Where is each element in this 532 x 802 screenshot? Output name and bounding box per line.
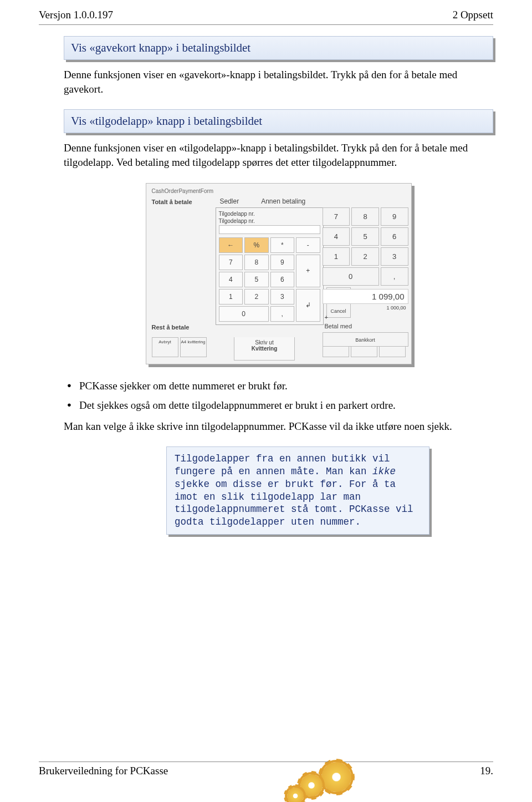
section-para-tilgodelapp: Denne funksjonen viser en «tilgodelapp»-… (64, 141, 493, 169)
num-4[interactable]: 4 (323, 227, 350, 246)
popup-title: Tilgodelapp nr. (219, 211, 320, 217)
key-7[interactable]: 7 (219, 255, 243, 270)
bullet-list: PCKasse sjekker om dette nummeret er bru… (64, 379, 493, 413)
screenshot-container: CashOrderPaymentForm Totalt å betale Res… (64, 183, 493, 364)
note-text-2: sjekke om disse er brukt før. For å ta i… (175, 479, 413, 527)
bullet-item: PCKasse sjekker om dette nummeret er bru… (64, 379, 493, 393)
dialog-titlebar: CashOrderPaymentForm (150, 187, 408, 195)
kvittering-label: Kvittering (234, 346, 294, 352)
note-italic: ikke (372, 466, 396, 477)
gear-icon (300, 774, 323, 796)
label-rest: Rest å betale (152, 324, 211, 331)
num-3[interactable]: 3 (381, 247, 408, 266)
key-0[interactable]: 0 (219, 306, 269, 322)
tab-sedler[interactable]: Sedler (220, 197, 239, 205)
num-2[interactable]: 2 (351, 247, 379, 266)
payment-dialog-screenshot: CashOrderPaymentForm Totalt å betale Res… (146, 183, 412, 364)
gear-icon (321, 762, 351, 792)
key-4[interactable]: 4 (219, 272, 243, 287)
section-title-tilgodelapp: Vis «tilgodelapp» knapp i betalingsbilde… (64, 109, 493, 133)
section-para-gavekort: Denne funksjonen viser en «gavekort»-kna… (64, 68, 493, 96)
version-label: Versjon 1.0.0.197 (39, 9, 113, 21)
key-comma[interactable]: , (270, 306, 295, 322)
key-percent[interactable]: % (244, 237, 269, 253)
key-6[interactable]: 6 (270, 272, 295, 287)
num-1[interactable]: 1 (323, 247, 350, 266)
bankkort-button[interactable]: Bankkort (323, 332, 408, 347)
chapter-label: 2 Oppsett (453, 9, 493, 21)
num-9[interactable]: 9 (381, 207, 408, 226)
key-minus[interactable]: - (296, 237, 320, 253)
tilgodelapp-input[interactable] (219, 225, 320, 234)
num-5[interactable]: 5 (351, 227, 379, 246)
key-back[interactable]: ← (219, 237, 243, 253)
bullet-item: Det sjekkes også om dette tilgodelappnum… (64, 398, 493, 413)
note-text-1: Tilgodelapper fra en annen butikk vil fu… (175, 453, 390, 477)
num-8[interactable]: 8 (351, 207, 379, 226)
amount-display: 1 099,00 (323, 289, 408, 304)
label-total: Totalt å betale (152, 199, 211, 205)
page-header: Versjon 1.0.0.197 2 Oppsett (0, 0, 532, 24)
key-3[interactable]: 3 (270, 289, 295, 304)
num-6[interactable]: 6 (381, 227, 408, 246)
footer-left: Brukerveiledning for PCKasse (39, 765, 168, 777)
popup-label: Tilgodelapp nr. (219, 218, 320, 224)
skriv-ut-kvittering-button[interactable]: Skriv ut Kvittering (234, 337, 295, 361)
betal-med-label: Betal med (323, 322, 408, 331)
key-1[interactable]: 1 (219, 289, 243, 304)
gear-logo (294, 760, 355, 793)
num-0[interactable]: 0 (323, 267, 379, 286)
page-content: Vis «gavekort knapp» i betalingsbildet D… (0, 25, 532, 535)
key-plus[interactable]: + (296, 255, 320, 287)
plus-label: + (323, 313, 408, 322)
key-2[interactable]: 2 (244, 289, 269, 304)
a4-kvittering-button[interactable]: A4 kvittering (180, 337, 207, 357)
info-note-box: Tilgodelapper fra en annen butikk vil fu… (166, 446, 429, 535)
skriv-ut-label: Skriv ut (234, 339, 294, 346)
page-number: 19. (480, 765, 493, 777)
key-9[interactable]: 9 (270, 255, 295, 270)
key-5[interactable]: 5 (244, 272, 269, 287)
gear-icon (287, 788, 304, 802)
tilgodelapp-popup: Tilgodelapp nr. Tilgodelapp nr. ← % * - … (216, 207, 324, 325)
amount-sub: 1 000,00 (323, 305, 408, 313)
num-7[interactable]: 7 (323, 207, 350, 226)
key-star[interactable]: * (270, 237, 295, 253)
page-footer: Brukerveiledning for PCKasse 19. (39, 760, 493, 782)
tab-annen-betaling[interactable]: Annen betaling (261, 197, 305, 205)
section-title-gavekort: Vis «gavekort knapp» i betalingsbildet (64, 36, 493, 60)
num-comma[interactable]: , (381, 267, 408, 286)
key-enter[interactable]: ↲ (296, 289, 320, 322)
avbryt-button[interactable]: Avbryt (152, 337, 178, 357)
after-bullets-para: Man kan velge å ikke skrive inn tilgodel… (64, 419, 493, 434)
key-8[interactable]: 8 (244, 255, 269, 270)
